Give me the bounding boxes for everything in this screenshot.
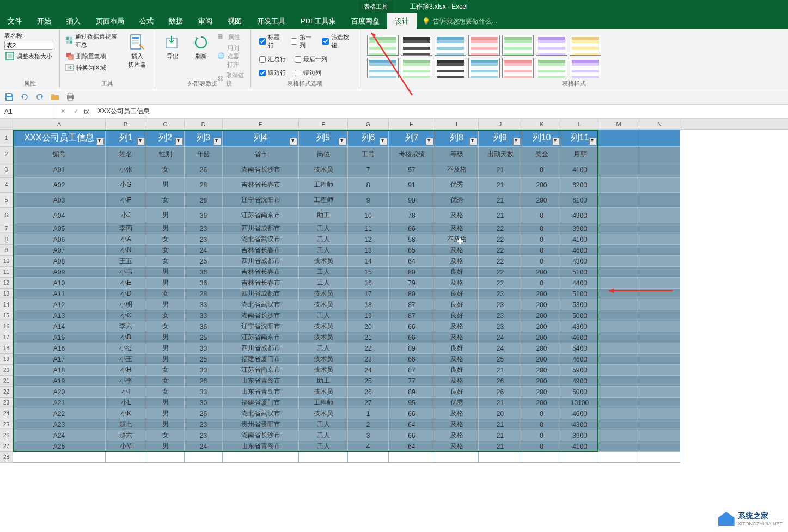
table-name-input[interactable]	[4, 41, 53, 50]
cell[interactable]: 男	[146, 354, 185, 365]
cell[interactable]: 1	[348, 408, 389, 419]
cell[interactable]: 小D	[106, 289, 146, 299]
cell[interactable]: 200	[522, 299, 561, 310]
cell[interactable]: A11	[13, 289, 106, 299]
cell[interactable]: 200	[522, 387, 561, 398]
cell[interactable]: 列7	[389, 130, 435, 147]
cell[interactable]: 王五	[106, 256, 146, 267]
row-header[interactable]: 16	[0, 321, 13, 332]
cell[interactable]: 良好	[435, 289, 479, 299]
last-col-check[interactable]: 最后一列	[295, 55, 327, 63]
cell[interactable]: 工人	[299, 245, 348, 256]
cell[interactable]: 性别	[146, 147, 185, 162]
slicer-button[interactable]: 插入 切片器	[124, 32, 150, 71]
spreadsheet-grid[interactable]: ABCDEFGHIJKLMN1XXX公司员工信息列1列2列3列4列5列6列7列8…	[0, 119, 788, 532]
cell[interactable]: 江苏省南京市	[223, 332, 299, 343]
cell[interactable]: 8	[348, 178, 389, 193]
cell[interactable]: 66	[389, 430, 435, 441]
cell[interactable]: 及格	[435, 278, 479, 289]
cell[interactable]: 17	[348, 289, 389, 299]
cell[interactable]: 87	[389, 365, 435, 376]
cell[interactable]	[598, 147, 639, 162]
convert-button[interactable]: 转换为区域	[64, 62, 121, 73]
cell[interactable]: 64	[389, 256, 435, 267]
cell[interactable]: 工人	[299, 419, 348, 430]
cell[interactable]: 0	[522, 162, 561, 178]
cell[interactable]: 技术员	[299, 354, 348, 365]
cell[interactable]: 女	[146, 256, 185, 267]
filter-dropdown-icon[interactable]	[339, 138, 346, 145]
cell[interactable]: 女	[146, 245, 185, 256]
cell[interactable]: 21	[479, 178, 522, 193]
cell[interactable]: 22	[479, 245, 522, 256]
cell[interactable]	[639, 365, 680, 376]
cell[interactable]: 0	[522, 234, 561, 245]
cell[interactable]: 小G	[106, 178, 146, 193]
cell[interactable]: 3	[348, 430, 389, 441]
cell[interactable]: 200	[522, 332, 561, 343]
cell[interactable]: 小明	[106, 299, 146, 310]
cell[interactable]: XXX公司员工信息	[13, 130, 106, 147]
cell[interactable]	[598, 452, 639, 463]
cell[interactable]: 0	[522, 408, 561, 419]
cell[interactable]: 不及格	[435, 162, 479, 178]
cell[interactable]	[639, 452, 680, 463]
cell[interactable]: 列2	[146, 130, 185, 147]
dedup-button[interactable]: 删除重复项	[64, 51, 121, 62]
formula-input[interactable]: XXX公司员工信息	[97, 107, 150, 116]
menu-tab-插入[interactable]: 插入	[59, 13, 88, 29]
menu-tab-PDF工具集[interactable]: PDF工具集	[293, 13, 344, 29]
cell[interactable]	[598, 332, 639, 343]
filter-dropdown-icon[interactable]	[552, 138, 560, 145]
cell[interactable]	[598, 234, 639, 245]
cell[interactable]: 23	[479, 321, 522, 332]
cell[interactable]: 山东省青岛市	[223, 376, 299, 387]
cell[interactable]: 列8	[435, 130, 479, 147]
style-thumb[interactable]	[435, 58, 466, 78]
cell[interactable]: 年龄	[185, 147, 223, 162]
cell[interactable]: 11	[348, 223, 389, 234]
first-col-check[interactable]: 第一列	[291, 33, 314, 50]
cell[interactable]: 7	[348, 162, 389, 178]
cell[interactable]: 5100	[561, 267, 598, 278]
cell[interactable]: 0	[522, 430, 561, 441]
style-thumb[interactable]	[502, 58, 534, 78]
cell[interactable]: 26	[479, 387, 522, 398]
cell[interactable]: A01	[13, 162, 106, 178]
cell[interactable]: 30	[185, 398, 223, 408]
col-header[interactable]: J	[479, 119, 522, 129]
cell[interactable]: 64	[389, 419, 435, 430]
cell[interactable]: 28	[185, 193, 223, 208]
cell[interactable]: 奖金	[522, 147, 561, 162]
cell[interactable]: 6000	[561, 387, 598, 398]
cell[interactable]	[299, 452, 348, 463]
cell[interactable]: 80	[389, 267, 435, 278]
cell[interactable]: A09	[13, 267, 106, 278]
cell[interactable]: 200	[522, 193, 561, 208]
cell[interactable]: 200	[522, 365, 561, 376]
cell[interactable]: 女	[146, 162, 185, 178]
cell[interactable]: A10	[13, 278, 106, 289]
cell[interactable]	[598, 398, 639, 408]
cell[interactable]: 山东省青岛市	[223, 441, 299, 452]
cell[interactable]: 200	[522, 376, 561, 387]
cell[interactable]: 12	[348, 234, 389, 245]
refresh-button[interactable]: 刷新	[188, 32, 214, 63]
cell[interactable]: 4	[348, 441, 389, 452]
cell[interactable]: 200	[522, 398, 561, 408]
row-header[interactable]: 25	[0, 419, 13, 430]
cell[interactable]	[598, 193, 639, 208]
col-header[interactable]: I	[435, 119, 479, 129]
cell[interactable]: 23	[185, 430, 223, 441]
cell[interactable]: 助工	[299, 376, 348, 387]
cell[interactable]: 16	[348, 278, 389, 289]
cell[interactable]: A12	[13, 299, 106, 310]
cell[interactable]: 吉林省长春市	[223, 178, 299, 193]
name-box[interactable]: A1	[0, 105, 54, 118]
cell[interactable]: 24	[479, 343, 522, 354]
cell[interactable]: A23	[13, 419, 106, 430]
cell[interactable]: 6200	[561, 178, 598, 193]
cell[interactable]: 27	[348, 398, 389, 408]
cell[interactable]: 21	[479, 430, 522, 441]
filter-dropdown-icon[interactable]	[137, 138, 145, 145]
